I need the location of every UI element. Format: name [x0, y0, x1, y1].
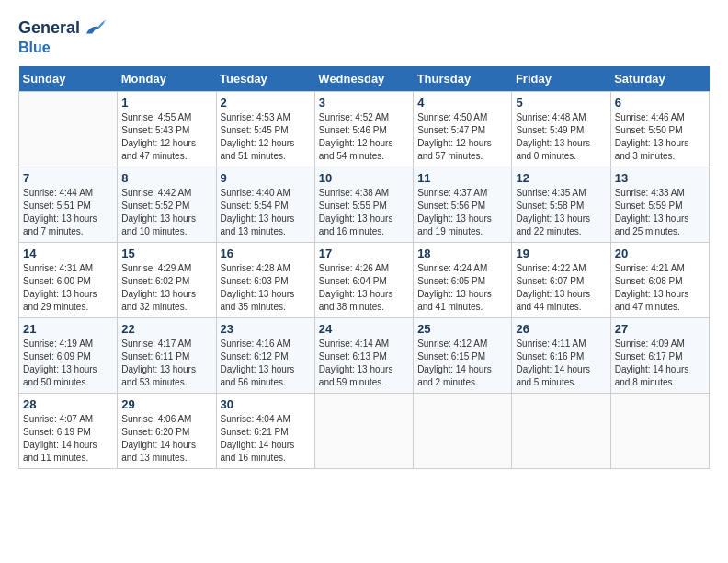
day-info: Sunrise: 4:48 AM Sunset: 5:49 PM Dayligh…: [516, 111, 606, 163]
calendar-cell: 7Sunrise: 4:44 AM Sunset: 5:51 PM Daylig…: [19, 167, 118, 242]
day-info: Sunrise: 4:53 AM Sunset: 5:45 PM Dayligh…: [221, 111, 311, 163]
day-number: 20: [615, 247, 705, 260]
calendar-cell: [610, 393, 709, 468]
day-info: Sunrise: 4:21 AM Sunset: 6:08 PM Dayligh…: [615, 262, 705, 314]
day-number: 11: [417, 171, 507, 185]
day-number: 3: [319, 96, 409, 109]
day-number: 15: [121, 247, 211, 260]
calendar-cell: 13Sunrise: 4:33 AM Sunset: 5:59 PM Dayli…: [610, 167, 709, 242]
day-info: Sunrise: 4:06 AM Sunset: 6:20 PM Dayligh…: [121, 413, 211, 465]
day-number: 19: [516, 247, 606, 260]
day-number: 12: [516, 171, 606, 185]
day-info: Sunrise: 4:17 AM Sunset: 6:11 PM Dayligh…: [121, 338, 211, 389]
weekday-header: Saturday: [610, 66, 709, 92]
calendar-cell: 19Sunrise: 4:22 AM Sunset: 6:07 PM Dayli…: [512, 242, 610, 317]
day-info: Sunrise: 4:04 AM Sunset: 6:21 PM Dayligh…: [221, 413, 311, 465]
day-number: 2: [221, 96, 311, 109]
day-number: 18: [417, 247, 507, 260]
day-number: 4: [417, 96, 507, 109]
calendar-cell: 28Sunrise: 4:07 AM Sunset: 6:19 PM Dayli…: [19, 393, 118, 468]
day-info: Sunrise: 4:29 AM Sunset: 6:02 PM Dayligh…: [121, 262, 211, 314]
day-number: 13: [615, 171, 705, 185]
calendar-cell: 22Sunrise: 4:17 AM Sunset: 6:11 PM Dayli…: [118, 317, 216, 393]
day-number: 24: [319, 322, 409, 336]
calendar-cell: 16Sunrise: 4:28 AM Sunset: 6:03 PM Dayli…: [216, 242, 314, 317]
calendar-cell: 21Sunrise: 4:19 AM Sunset: 6:09 PM Dayli…: [19, 317, 118, 393]
calendar-cell: 24Sunrise: 4:14 AM Sunset: 6:13 PM Dayli…: [314, 317, 413, 393]
day-info: Sunrise: 4:12 AM Sunset: 6:15 PM Dayligh…: [417, 338, 507, 389]
day-number: 17: [319, 247, 409, 260]
calendar-cell: 23Sunrise: 4:16 AM Sunset: 6:12 PM Dayli…: [216, 317, 314, 393]
day-number: 23: [221, 322, 311, 336]
day-number: 26: [516, 322, 606, 336]
day-info: Sunrise: 4:37 AM Sunset: 5:56 PM Dayligh…: [417, 187, 507, 238]
day-info: Sunrise: 4:44 AM Sunset: 5:51 PM Dayligh…: [23, 187, 113, 238]
calendar-table: SundayMondayTuesdayWednesdayThursdayFrid…: [18, 66, 710, 469]
day-info: Sunrise: 4:46 AM Sunset: 5:50 PM Dayligh…: [615, 111, 705, 163]
calendar-cell: 18Sunrise: 4:24 AM Sunset: 6:05 PM Dayli…: [414, 242, 512, 317]
calendar-cell: 3Sunrise: 4:52 AM Sunset: 5:46 PM Daylig…: [314, 91, 413, 167]
calendar-header-row: SundayMondayTuesdayWednesdayThursdayFrid…: [19, 66, 710, 92]
calendar-cell: 8Sunrise: 4:42 AM Sunset: 5:52 PM Daylig…: [118, 167, 216, 242]
day-info: Sunrise: 4:19 AM Sunset: 6:09 PM Dayligh…: [23, 338, 113, 389]
day-number: 25: [417, 322, 507, 336]
calendar-cell: 29Sunrise: 4:06 AM Sunset: 6:20 PM Dayli…: [118, 393, 216, 468]
calendar-cell: 2Sunrise: 4:53 AM Sunset: 5:45 PM Daylig…: [216, 91, 314, 167]
calendar-cell: 4Sunrise: 4:50 AM Sunset: 5:47 PM Daylig…: [414, 91, 512, 167]
calendar-cell: [314, 393, 413, 468]
calendar-cell: 27Sunrise: 4:09 AM Sunset: 6:17 PM Dayli…: [610, 317, 709, 393]
day-info: Sunrise: 4:50 AM Sunset: 5:47 PM Dayligh…: [417, 111, 507, 163]
calendar-cell: 30Sunrise: 4:04 AM Sunset: 6:21 PM Dayli…: [216, 393, 314, 468]
day-number: 28: [23, 397, 113, 411]
calendar-cell: 5Sunrise: 4:48 AM Sunset: 5:49 PM Daylig…: [512, 91, 610, 167]
calendar-cell: 1Sunrise: 4:55 AM Sunset: 5:43 PM Daylig…: [118, 91, 216, 167]
day-number: 14: [23, 247, 113, 260]
calendar-cell: 12Sunrise: 4:35 AM Sunset: 5:58 PM Dayli…: [512, 167, 610, 242]
weekday-header: Thursday: [414, 66, 512, 92]
calendar-cell: 10Sunrise: 4:38 AM Sunset: 5:55 PM Dayli…: [314, 167, 413, 242]
day-number: 9: [221, 171, 311, 185]
calendar-week-row: 7Sunrise: 4:44 AM Sunset: 5:51 PM Daylig…: [19, 167, 710, 242]
day-info: Sunrise: 4:35 AM Sunset: 5:58 PM Dayligh…: [516, 187, 606, 238]
calendar-cell: 14Sunrise: 4:31 AM Sunset: 6:00 PM Dayli…: [19, 242, 118, 317]
day-info: Sunrise: 4:42 AM Sunset: 5:52 PM Dayligh…: [121, 187, 211, 238]
day-number: 10: [319, 171, 409, 185]
calendar-cell: 20Sunrise: 4:21 AM Sunset: 6:08 PM Dayli…: [610, 242, 709, 317]
day-info: Sunrise: 4:55 AM Sunset: 5:43 PM Dayligh…: [121, 111, 211, 163]
calendar-week-row: 14Sunrise: 4:31 AM Sunset: 6:00 PM Dayli…: [19, 242, 710, 317]
calendar-week-row: 21Sunrise: 4:19 AM Sunset: 6:09 PM Dayli…: [19, 317, 710, 393]
day-info: Sunrise: 4:33 AM Sunset: 5:59 PM Dayligh…: [615, 187, 705, 238]
day-number: 30: [221, 397, 311, 411]
day-info: Sunrise: 4:31 AM Sunset: 6:00 PM Dayligh…: [23, 262, 113, 314]
day-info: Sunrise: 4:24 AM Sunset: 6:05 PM Dayligh…: [417, 262, 507, 314]
day-info: Sunrise: 4:11 AM Sunset: 6:16 PM Dayligh…: [516, 338, 606, 389]
day-number: 21: [23, 322, 113, 336]
weekday-header: Wednesday: [314, 66, 413, 92]
day-number: 27: [615, 322, 705, 336]
calendar-cell: 6Sunrise: 4:46 AM Sunset: 5:50 PM Daylig…: [610, 91, 709, 167]
day-number: 5: [516, 96, 606, 109]
day-info: Sunrise: 4:09 AM Sunset: 6:17 PM Dayligh…: [615, 338, 705, 389]
calendar-cell: 11Sunrise: 4:37 AM Sunset: 5:56 PM Dayli…: [414, 167, 512, 242]
calendar-cell: 9Sunrise: 4:40 AM Sunset: 5:54 PM Daylig…: [216, 167, 314, 242]
day-info: Sunrise: 4:38 AM Sunset: 5:55 PM Dayligh…: [319, 187, 409, 238]
day-number: 16: [221, 247, 311, 260]
calendar-cell: 15Sunrise: 4:29 AM Sunset: 6:02 PM Dayli…: [118, 242, 216, 317]
calendar-cell: [512, 393, 610, 468]
calendar-cell: [19, 91, 118, 167]
day-number: 7: [23, 171, 113, 185]
day-info: Sunrise: 4:16 AM Sunset: 6:12 PM Dayligh…: [221, 338, 311, 389]
logo-text: GeneralBlue: [18, 18, 108, 57]
weekday-header: Tuesday: [216, 66, 314, 92]
calendar-cell: 17Sunrise: 4:26 AM Sunset: 6:04 PM Dayli…: [314, 242, 413, 317]
calendar-cell: [414, 393, 512, 468]
calendar-week-row: 1Sunrise: 4:55 AM Sunset: 5:43 PM Daylig…: [19, 91, 710, 167]
day-info: Sunrise: 4:52 AM Sunset: 5:46 PM Dayligh…: [319, 111, 409, 163]
day-info: Sunrise: 4:40 AM Sunset: 5:54 PM Dayligh…: [221, 187, 311, 238]
calendar-week-row: 28Sunrise: 4:07 AM Sunset: 6:19 PM Dayli…: [19, 393, 710, 468]
day-info: Sunrise: 4:26 AM Sunset: 6:04 PM Dayligh…: [319, 262, 409, 314]
day-info: Sunrise: 4:14 AM Sunset: 6:13 PM Dayligh…: [319, 338, 409, 389]
day-number: 1: [121, 96, 211, 109]
weekday-header: Sunday: [19, 66, 118, 92]
logo: GeneralBlue: [18, 18, 108, 57]
